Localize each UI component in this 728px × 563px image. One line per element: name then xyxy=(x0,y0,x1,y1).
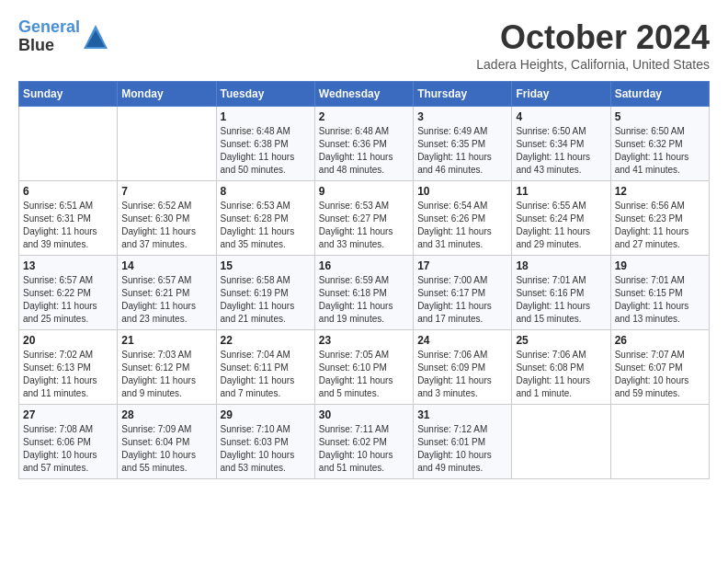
day-info: Sunrise: 7:09 AM Sunset: 6:04 PM Dayligh… xyxy=(121,423,211,475)
day-info: Sunrise: 7:08 AM Sunset: 6:06 PM Dayligh… xyxy=(23,423,113,475)
day-number: 3 xyxy=(417,110,507,123)
day-info: Sunrise: 6:52 AM Sunset: 6:30 PM Dayligh… xyxy=(121,200,211,251)
calendar-cell xyxy=(118,107,216,181)
day-info: Sunrise: 6:57 AM Sunset: 6:22 PM Dayligh… xyxy=(23,274,113,326)
calendar-cell: 11Sunrise: 6:55 AM Sunset: 6:24 PM Dayli… xyxy=(512,181,610,256)
day-info: Sunrise: 6:50 AM Sunset: 6:32 PM Dayligh… xyxy=(615,125,705,177)
calendar-table: SundayMondayTuesdayWednesdayThursdayFrid… xyxy=(18,81,710,479)
day-number: 22 xyxy=(221,334,311,347)
calendar-week-3: 20Sunrise: 7:02 AM Sunset: 6:13 PM Dayli… xyxy=(19,330,710,405)
day-info: Sunrise: 7:01 AM Sunset: 6:15 PM Dayligh… xyxy=(615,274,705,326)
day-number: 24 xyxy=(417,334,507,347)
calendar-cell: 23Sunrise: 7:05 AM Sunset: 6:10 PM Dayli… xyxy=(314,330,413,405)
day-info: Sunrise: 7:06 AM Sunset: 6:09 PM Dayligh… xyxy=(417,349,507,400)
day-info: Sunrise: 7:04 AM Sunset: 6:11 PM Dayligh… xyxy=(221,349,311,400)
day-info: Sunrise: 7:02 AM Sunset: 6:13 PM Dayligh… xyxy=(23,349,113,400)
day-number: 19 xyxy=(615,259,705,272)
day-number: 25 xyxy=(516,334,606,347)
day-info: Sunrise: 6:53 AM Sunset: 6:28 PM Dayligh… xyxy=(221,200,311,251)
page-header: GeneralBlue October 2024 Ladera Heights,… xyxy=(18,18,710,72)
calendar-cell: 28Sunrise: 7:09 AM Sunset: 6:04 PM Dayli… xyxy=(118,405,216,479)
day-number: 9 xyxy=(319,185,409,198)
day-info: Sunrise: 6:51 AM Sunset: 6:31 PM Dayligh… xyxy=(23,200,113,251)
calendar-cell xyxy=(610,405,709,479)
calendar-cell: 21Sunrise: 7:03 AM Sunset: 6:12 PM Dayli… xyxy=(118,330,216,405)
day-number: 8 xyxy=(221,185,311,198)
day-number: 11 xyxy=(516,185,606,198)
calendar-cell: 22Sunrise: 7:04 AM Sunset: 6:11 PM Dayli… xyxy=(216,330,314,405)
day-info: Sunrise: 6:49 AM Sunset: 6:35 PM Dayligh… xyxy=(417,125,507,177)
calendar-cell: 15Sunrise: 6:58 AM Sunset: 6:19 PM Dayli… xyxy=(216,256,314,330)
day-number: 17 xyxy=(417,259,507,272)
day-info: Sunrise: 6:53 AM Sunset: 6:27 PM Dayligh… xyxy=(319,200,409,251)
title-block: October 2024 Ladera Heights, California,… xyxy=(476,18,710,72)
calendar-cell: 4Sunrise: 6:50 AM Sunset: 6:34 PM Daylig… xyxy=(512,107,610,181)
day-number: 28 xyxy=(121,408,211,421)
day-info: Sunrise: 6:54 AM Sunset: 6:26 PM Dayligh… xyxy=(417,200,507,251)
day-number: 10 xyxy=(417,185,507,198)
calendar-body: 1Sunrise: 6:48 AM Sunset: 6:38 PM Daylig… xyxy=(19,107,710,479)
calendar-week-0: 1Sunrise: 6:48 AM Sunset: 6:38 PM Daylig… xyxy=(19,107,710,181)
weekday-header-tuesday: Tuesday xyxy=(216,82,314,107)
day-number: 5 xyxy=(615,110,705,123)
weekday-header-wednesday: Wednesday xyxy=(314,82,413,107)
logo-icon xyxy=(82,23,109,51)
day-number: 15 xyxy=(221,259,311,272)
day-info: Sunrise: 6:56 AM Sunset: 6:23 PM Dayligh… xyxy=(615,200,705,251)
day-number: 26 xyxy=(615,334,705,347)
calendar-cell: 27Sunrise: 7:08 AM Sunset: 6:06 PM Dayli… xyxy=(19,405,118,479)
weekday-header-sunday: Sunday xyxy=(19,82,118,107)
calendar-cell xyxy=(512,405,610,479)
weekday-header-friday: Friday xyxy=(512,82,610,107)
calendar-cell: 3Sunrise: 6:49 AM Sunset: 6:35 PM Daylig… xyxy=(414,107,512,181)
day-info: Sunrise: 7:07 AM Sunset: 6:07 PM Dayligh… xyxy=(615,349,705,400)
location: Ladera Heights, California, United State… xyxy=(476,57,710,72)
day-number: 29 xyxy=(221,408,311,421)
calendar-cell: 5Sunrise: 6:50 AM Sunset: 6:32 PM Daylig… xyxy=(610,107,709,181)
calendar-week-4: 27Sunrise: 7:08 AM Sunset: 6:06 PM Dayli… xyxy=(19,405,710,479)
day-number: 2 xyxy=(319,110,409,123)
calendar-cell: 7Sunrise: 6:52 AM Sunset: 6:30 PM Daylig… xyxy=(118,181,216,256)
day-number: 13 xyxy=(23,259,113,272)
calendar-cell: 6Sunrise: 6:51 AM Sunset: 6:31 PM Daylig… xyxy=(19,181,118,256)
day-info: Sunrise: 7:00 AM Sunset: 6:17 PM Dayligh… xyxy=(417,274,507,326)
calendar-cell: 31Sunrise: 7:12 AM Sunset: 6:01 PM Dayli… xyxy=(414,405,512,479)
calendar-cell: 12Sunrise: 6:56 AM Sunset: 6:23 PM Dayli… xyxy=(610,181,709,256)
weekday-header-monday: Monday xyxy=(118,82,216,107)
calendar-header: SundayMondayTuesdayWednesdayThursdayFrid… xyxy=(19,82,710,107)
day-info: Sunrise: 6:58 AM Sunset: 6:19 PM Dayligh… xyxy=(221,274,311,326)
calendar-cell xyxy=(19,107,118,181)
weekday-row: SundayMondayTuesdayWednesdayThursdayFrid… xyxy=(19,82,710,107)
day-number: 12 xyxy=(615,185,705,198)
day-info: Sunrise: 7:11 AM Sunset: 6:02 PM Dayligh… xyxy=(319,423,409,475)
calendar-cell: 18Sunrise: 7:01 AM Sunset: 6:16 PM Dayli… xyxy=(512,256,610,330)
calendar-cell: 16Sunrise: 6:59 AM Sunset: 6:18 PM Dayli… xyxy=(314,256,413,330)
day-number: 1 xyxy=(221,110,311,123)
calendar-cell: 1Sunrise: 6:48 AM Sunset: 6:38 PM Daylig… xyxy=(216,107,314,181)
calendar-cell: 30Sunrise: 7:11 AM Sunset: 6:02 PM Dayli… xyxy=(314,405,413,479)
day-number: 16 xyxy=(319,259,409,272)
day-info: Sunrise: 7:12 AM Sunset: 6:01 PM Dayligh… xyxy=(417,423,507,475)
calendar-week-2: 13Sunrise: 6:57 AM Sunset: 6:22 PM Dayli… xyxy=(19,256,710,330)
day-number: 4 xyxy=(516,110,606,123)
logo: GeneralBlue xyxy=(18,18,109,55)
calendar-cell: 2Sunrise: 6:48 AM Sunset: 6:36 PM Daylig… xyxy=(314,107,413,181)
weekday-header-saturday: Saturday xyxy=(610,82,709,107)
day-info: Sunrise: 6:48 AM Sunset: 6:36 PM Dayligh… xyxy=(319,125,409,177)
calendar-cell: 19Sunrise: 7:01 AM Sunset: 6:15 PM Dayli… xyxy=(610,256,709,330)
day-number: 7 xyxy=(121,185,211,198)
day-number: 31 xyxy=(417,408,507,421)
logo-text: GeneralBlue xyxy=(18,18,80,55)
calendar-cell: 29Sunrise: 7:10 AM Sunset: 6:03 PM Dayli… xyxy=(216,405,314,479)
calendar-cell: 9Sunrise: 6:53 AM Sunset: 6:27 PM Daylig… xyxy=(314,181,413,256)
calendar-cell: 14Sunrise: 6:57 AM Sunset: 6:21 PM Dayli… xyxy=(118,256,216,330)
day-info: Sunrise: 7:06 AM Sunset: 6:08 PM Dayligh… xyxy=(516,349,606,400)
day-number: 18 xyxy=(516,259,606,272)
calendar-cell: 20Sunrise: 7:02 AM Sunset: 6:13 PM Dayli… xyxy=(19,330,118,405)
day-number: 30 xyxy=(319,408,409,421)
calendar-cell: 26Sunrise: 7:07 AM Sunset: 6:07 PM Dayli… xyxy=(610,330,709,405)
calendar-cell: 24Sunrise: 7:06 AM Sunset: 6:09 PM Dayli… xyxy=(414,330,512,405)
day-info: Sunrise: 7:03 AM Sunset: 6:12 PM Dayligh… xyxy=(121,349,211,400)
calendar-cell: 13Sunrise: 6:57 AM Sunset: 6:22 PM Dayli… xyxy=(19,256,118,330)
calendar-cell: 25Sunrise: 7:06 AM Sunset: 6:08 PM Dayli… xyxy=(512,330,610,405)
